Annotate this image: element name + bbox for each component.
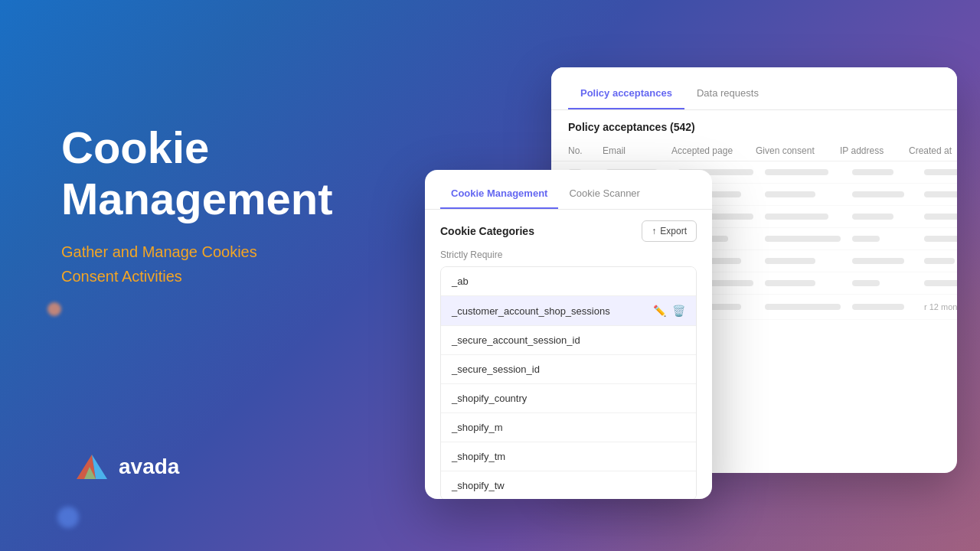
- policy-tabs: Policy acceptances Data requests: [551, 67, 957, 110]
- skeleton: [765, 169, 828, 175]
- list-item: _shopify_m: [441, 413, 696, 442]
- list-item: _shopify_tm: [441, 442, 696, 471]
- cookie-tabs: Cookie Management Cookie Scanner: [425, 170, 712, 210]
- skeleton: [852, 236, 880, 242]
- list-item: _shopify_country: [441, 384, 696, 413]
- skeleton: [765, 280, 815, 286]
- strictly-require-label: Strictly Require: [425, 248, 712, 266]
- col-no: No.: [568, 145, 603, 156]
- skeleton: [765, 214, 828, 220]
- skeleton: [852, 191, 904, 197]
- edit-icon[interactable]: ✏️: [653, 305, 666, 317]
- decorative-orb: [47, 302, 61, 316]
- skeleton: [765, 258, 815, 264]
- cookie-name: _customer_account_shop_sessions: [452, 305, 610, 317]
- cookie-management-panel: Cookie Management Cookie Scanner Cookie …: [425, 170, 712, 499]
- tab-policy-acceptances[interactable]: Policy acceptances: [568, 81, 684, 109]
- list-item[interactable]: _customer_account_shop_sessions ✏️ 🗑️: [441, 296, 696, 326]
- cookie-name: _secure_session_id: [452, 364, 540, 375]
- cookie-name: _secure_account_session_id: [452, 334, 580, 346]
- export-button[interactable]: ↑ Export: [642, 220, 697, 242]
- skeleton: [852, 280, 880, 286]
- cookie-name: _shopify_tw: [452, 480, 505, 491]
- skeleton: [852, 304, 904, 310]
- col-ip-address: IP address: [840, 145, 909, 156]
- cookie-categories-title: Cookie Categories: [440, 225, 534, 237]
- list-item: _shopify_tw: [441, 471, 696, 499]
- skeleton: [924, 236, 957, 242]
- col-created-at: Created at: [909, 145, 957, 156]
- skeleton: [765, 236, 841, 242]
- left-content: Cookie Management Gather and Manage Cook…: [61, 122, 333, 289]
- avada-logo: avada: [73, 452, 179, 482]
- skeleton: [852, 214, 893, 220]
- skeleton: [924, 191, 957, 197]
- list-item: _secure_session_id: [441, 355, 696, 384]
- skeleton: [852, 258, 904, 264]
- cookie-header: Cookie Categories ↑ Export: [425, 210, 712, 248]
- policy-section-title: Policy acceptances (542): [551, 110, 957, 141]
- cookie-name: _shopify_country: [452, 393, 527, 404]
- skeleton: [924, 169, 957, 175]
- title-line2: Management: [61, 174, 333, 223]
- cookie-list: _ab _customer_account_shop_sessions ✏️ 🗑…: [440, 266, 697, 499]
- list-item: _secure_account_session_id: [441, 326, 696, 355]
- tab-cookie-management[interactable]: Cookie Management: [440, 182, 558, 209]
- list-item: _ab: [441, 267, 696, 296]
- export-label: Export: [660, 226, 687, 236]
- subtitle: Gather and Manage Cookies Consent Activi…: [61, 240, 333, 289]
- skeleton: [924, 214, 957, 220]
- cookie-name: _shopify_tm: [452, 451, 505, 462]
- export-icon: ↑: [652, 226, 656, 236]
- main-title: Cookie Management: [61, 122, 333, 224]
- cookie-name: _ab: [452, 276, 469, 287]
- skeleton: [765, 191, 815, 197]
- avada-logo-icon: [73, 452, 111, 482]
- col-given-consent: Given consent: [756, 145, 840, 156]
- subtitle-line1: Gather and Manage Cookies: [61, 243, 257, 260]
- col-accepted-page: Accepted page: [671, 145, 756, 156]
- policy-table-header: No. Email Accepted page Given consent IP…: [551, 141, 957, 161]
- decorative-orb-2: [57, 507, 79, 528]
- cookie-item-actions: ✏️ 🗑️: [653, 305, 685, 317]
- col-email: Email: [603, 145, 671, 156]
- subtitle-line2: Consent Activities: [61, 268, 182, 285]
- skeleton: [852, 169, 893, 175]
- skeleton: [924, 258, 955, 264]
- last-row-suffix: r 12 months: [924, 302, 957, 311]
- avada-logo-text: avada: [119, 455, 179, 479]
- skeleton: [924, 280, 957, 286]
- cookie-name: _shopify_m: [452, 422, 502, 433]
- skeleton: [765, 304, 841, 310]
- title-line1: Cookie: [61, 122, 209, 172]
- tab-data-requests[interactable]: Data requests: [684, 81, 771, 109]
- delete-icon[interactable]: 🗑️: [672, 305, 685, 317]
- tab-cookie-scanner[interactable]: Cookie Scanner: [558, 182, 651, 209]
